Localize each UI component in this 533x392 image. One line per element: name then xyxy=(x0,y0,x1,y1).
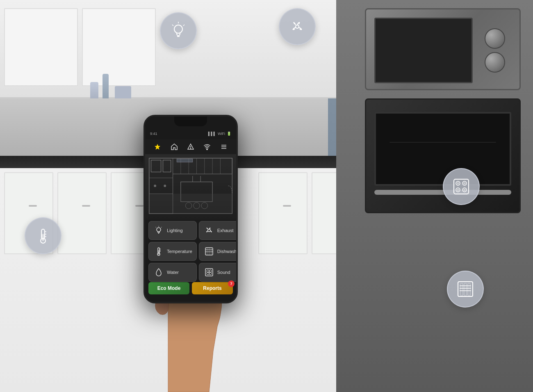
microwave-knob-1 xyxy=(485,28,505,49)
exhaust-label: Exhaust xyxy=(217,228,234,233)
svg-rect-67 xyxy=(158,251,159,254)
svg-point-31 xyxy=(207,149,207,150)
svg-line-3 xyxy=(183,25,184,26)
phone-screen: 9:41 ▌▌▌ WiFi 🔋 xyxy=(145,116,236,302)
dishwasher-svg xyxy=(456,279,475,299)
sound-label: Sound xyxy=(217,270,230,275)
svg-rect-8 xyxy=(42,234,44,241)
svg-line-4 xyxy=(172,25,173,26)
svg-marker-28 xyxy=(155,144,160,150)
cabinet-handle-4 xyxy=(283,205,291,207)
svg-rect-44 xyxy=(149,194,232,214)
svg-point-81 xyxy=(209,272,212,275)
svg-point-59 xyxy=(157,228,161,232)
wifi-status-icon: WiFi xyxy=(218,132,225,136)
sound-tile-icon xyxy=(203,267,215,278)
oven-handle xyxy=(374,190,511,195)
sound-tile[interactable]: Sound xyxy=(199,263,236,282)
svg-rect-39 xyxy=(151,160,161,172)
bulb-svg xyxy=(169,21,188,41)
lighting-tile[interactable]: Lighting xyxy=(148,221,197,240)
phone-notch xyxy=(174,116,207,126)
svg-rect-27 xyxy=(468,283,470,296)
svg-point-0 xyxy=(174,25,182,33)
svg-line-63 xyxy=(156,227,157,228)
stove-svg xyxy=(451,177,471,196)
floor-plan-view xyxy=(145,154,236,220)
floating-dishwasher-icon xyxy=(447,271,484,308)
microwave-window xyxy=(374,18,473,83)
bottom-buttons: Eco Mode Reports 7 xyxy=(148,282,233,294)
floating-stove-icon xyxy=(443,168,480,205)
signal-icon: ▌▌▌ xyxy=(208,132,216,136)
cabinet-handle-2 xyxy=(82,205,90,207)
exhaust-tile[interactable]: Exhaust xyxy=(199,221,236,240)
svg-rect-40 xyxy=(163,160,171,172)
lower-cabinet-4 xyxy=(258,172,308,254)
floating-fan-icon xyxy=(279,8,316,45)
svg-rect-54 xyxy=(177,159,193,162)
svg-point-17 xyxy=(457,182,459,184)
svg-point-18 xyxy=(464,182,465,184)
appliance-section xyxy=(336,0,533,392)
cabinet-handle-1 xyxy=(29,205,37,207)
svg-point-30 xyxy=(190,148,191,149)
control-grid: Lighting Exhaust xyxy=(148,221,233,282)
dishwasher-tile-icon xyxy=(203,246,215,257)
cabinet-handle-3 xyxy=(135,205,144,207)
reports-button[interactable]: Reports 7 xyxy=(192,282,233,294)
cabinet-door-2 xyxy=(82,8,156,86)
phone-nav-bar xyxy=(145,139,236,154)
svg-point-57 xyxy=(154,185,156,187)
reports-badge: 7 xyxy=(228,280,235,287)
nav-home-icon[interactable] xyxy=(170,143,178,151)
lighting-tile-icon xyxy=(153,225,164,236)
microwave-controls xyxy=(476,18,513,83)
eco-mode-button[interactable]: Eco Mode xyxy=(148,282,189,294)
svg-point-20 xyxy=(464,189,465,191)
microwave-knob-2 xyxy=(485,52,505,73)
svg-rect-25 xyxy=(460,283,463,296)
svg-point-64 xyxy=(208,229,210,232)
lighting-label: Lighting xyxy=(167,228,183,233)
svg-point-19 xyxy=(457,189,459,191)
phone: 9:41 ▌▌▌ WiFi 🔋 xyxy=(144,115,238,303)
phone-status-icons: ▌▌▌ WiFi 🔋 xyxy=(208,132,231,136)
svg-point-5 xyxy=(296,25,299,28)
temperature-tile-icon xyxy=(153,246,164,257)
fan-svg xyxy=(287,17,307,36)
temperature-tile[interactable]: Temperature xyxy=(148,242,197,261)
nav-alert-icon[interactable] xyxy=(187,143,195,151)
temperature-label: Temperature xyxy=(167,249,192,254)
svg-point-79 xyxy=(209,270,212,272)
floor-plan-svg xyxy=(145,154,236,217)
nav-wifi-icon[interactable] xyxy=(203,143,211,151)
dishwasher-tile[interactable]: Dishwasher xyxy=(199,242,236,261)
exhaust-tile-icon xyxy=(203,225,215,236)
svg-rect-12 xyxy=(454,179,469,194)
nav-star-icon[interactable] xyxy=(153,143,162,151)
svg-line-62 xyxy=(161,227,162,228)
oven-rack xyxy=(390,142,497,143)
reports-label: Reports xyxy=(203,285,221,291)
cabinet-door-1 xyxy=(4,8,78,86)
water-label: Water xyxy=(167,270,179,275)
oven xyxy=(365,98,521,213)
water-tile-icon xyxy=(153,267,164,278)
nav-menu-icon[interactable] xyxy=(220,143,228,151)
oven-window xyxy=(374,112,511,186)
water-tile[interactable]: Water xyxy=(148,263,197,282)
svg-rect-26 xyxy=(464,283,467,296)
svg-point-58 xyxy=(164,185,166,187)
svg-point-78 xyxy=(207,270,209,272)
thermometer-svg xyxy=(33,226,53,246)
battery-icon: 🔋 xyxy=(227,132,231,136)
floating-bulb-icon xyxy=(160,12,197,49)
phone-status-bar: 9:41 ▌▌▌ WiFi 🔋 xyxy=(145,128,236,139)
svg-rect-21 xyxy=(458,282,473,296)
dishwasher-label: Dishwasher xyxy=(217,249,236,254)
microwave xyxy=(365,8,521,90)
floating-thermometer-icon xyxy=(25,217,61,254)
lower-cabinet-2 xyxy=(57,172,107,254)
svg-rect-77 xyxy=(205,269,213,276)
